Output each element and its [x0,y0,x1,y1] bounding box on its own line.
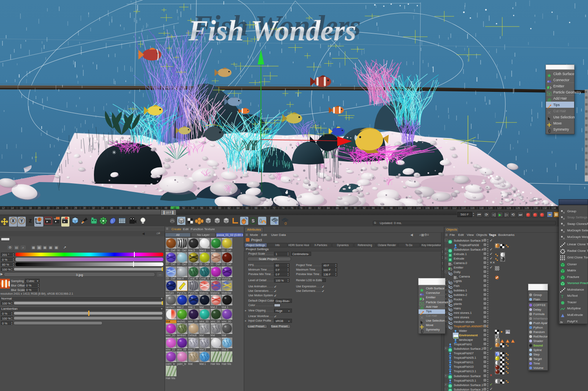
svg-text:44: 44 [146,207,149,209]
svg-text:22: 22 [47,207,50,209]
svg-text:54: 54 [191,207,194,209]
svg-text:48: 48 [173,207,176,209]
svg-text:78: 78 [299,207,303,209]
svg-text:76: 76 [290,207,294,209]
svg-text:88: 88 [345,207,348,209]
svg-text:20: 20 [38,207,41,209]
svg-text:28: 28 [74,207,77,209]
svg-text:36: 36 [110,207,113,209]
svg-text:46: 46 [155,207,158,209]
svg-text:26: 26 [65,207,68,209]
svg-text:106: 106 [425,207,430,209]
svg-text:40: 40 [128,207,131,209]
svg-text:T: T [561,294,564,299]
svg-text:74: 74 [281,207,285,209]
svg-text:104: 104 [416,207,421,209]
svg-text:52: 52 [182,207,185,209]
svg-text:X: X [12,219,15,223]
svg-text:Y: Y [20,219,23,223]
svg-text:90: 90 [354,207,357,209]
svg-text:82: 82 [318,207,321,209]
svg-text:(): () [285,221,287,225]
svg-text:112: 112 [452,207,457,209]
svg-text:86: 86 [336,207,339,209]
svg-text:64: 64 [236,207,240,209]
svg-text:124: 124 [507,207,511,209]
svg-text:108: 108 [434,207,439,209]
svg-text:✳: ✳ [112,149,116,156]
svg-text:Fish Wonders: Fish Wonders [188,14,356,47]
svg-text:62: 62 [227,207,231,209]
svg-text:116: 116 [470,207,475,209]
svg-text:32: 32 [92,207,95,209]
svg-text:98: 98 [390,207,393,209]
svg-text:48: 48 [164,207,167,209]
svg-text:Z: Z [29,218,32,223]
svg-text:24: 24 [56,207,59,209]
svg-text:S: S [252,218,254,223]
svg-text:fx: fx [560,320,563,324]
svg-text:14: 14 [11,207,14,209]
svg-text:80: 80 [308,207,312,209]
svg-text:34: 34 [101,207,104,209]
svg-text:102: 102 [408,207,412,209]
svg-text:30: 30 [83,207,86,209]
svg-text:66: 66 [245,207,249,209]
svg-text:122: 122 [497,207,502,209]
svg-text:132: 132 [543,207,547,209]
svg-text:134: 134 [552,207,556,209]
svg-text:60: 60 [218,207,221,209]
svg-text:114: 114 [461,207,466,209]
svg-text:100: 100 [398,207,403,209]
svg-text:130: 130 [534,207,538,209]
svg-text:118: 118 [479,207,484,209]
svg-text:68: 68 [254,207,258,209]
svg-text:56: 56 [200,207,203,209]
svg-text:16: 16 [20,207,23,209]
svg-text:126: 126 [516,207,520,209]
svg-text:120: 120 [488,207,493,209]
svg-text:110: 110 [443,207,448,209]
svg-text:(): () [259,218,262,223]
svg-text:72: 72 [272,207,276,209]
svg-text:42: 42 [137,207,140,209]
svg-text:e: e [275,220,277,224]
svg-text:96: 96 [381,207,384,209]
svg-text:70: 70 [263,207,267,209]
svg-text:12: 12 [2,207,5,209]
svg-text:58: 58 [209,207,212,209]
svg-text:84: 84 [327,207,330,209]
svg-text:18: 18 [29,207,32,209]
svg-text:38: 38 [119,207,122,209]
svg-text:R: R [585,91,587,93]
svg-text:94: 94 [372,207,375,209]
svg-text:92: 92 [363,207,366,209]
svg-text:128: 128 [525,207,529,209]
